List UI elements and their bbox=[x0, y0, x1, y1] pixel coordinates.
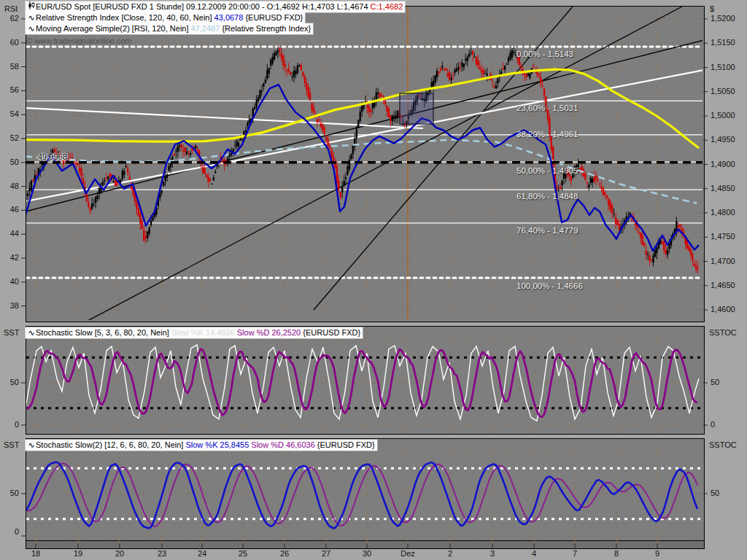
legend-ma-indicator[interactable]: ∿Moving Average Simple(2) [RSI, 120, Nei… bbox=[26, 23, 313, 34]
close-value: C:1,4682 bbox=[371, 2, 403, 11]
trendline-black bbox=[314, 7, 573, 310]
stoch1-k-value: Slow %K 14,4656 bbox=[171, 328, 237, 337]
rsi-legend-suffix: {EURUSD FXD} bbox=[243, 13, 303, 22]
symbol-legend-text: EUR/USD Spot [EURUSD FXD 1 Stunde] 09.12… bbox=[36, 2, 371, 11]
legend-stochastic1[interactable]: ∿Stochastic Slow [5, 3, 6, 80, 20, Nein]… bbox=[26, 327, 363, 338]
ma-legend-suffix: {Relative Strength Index} bbox=[220, 24, 311, 33]
selection-rectangle bbox=[400, 93, 433, 124]
stoch2-legend-suffix: {EURUSD FXD} bbox=[317, 440, 375, 449]
legend-symbol[interactable]: EUR/USD Spot [EURUSD FXD 1 Stunde] 09.12… bbox=[26, 1, 405, 12]
chart-application: RSI $ SST SSTOC SST SSTOC 0,00% - 1,5143… bbox=[0, 0, 747, 560]
wave-icon: ∿ bbox=[27, 440, 36, 450]
candlestick-icon bbox=[27, 1, 36, 12]
stoch1-d-value: Slow %D 26,2520 bbox=[237, 328, 303, 337]
ma-value: 47,2487 bbox=[191, 24, 220, 33]
wave-icon: ∿ bbox=[27, 12, 36, 23]
copyright-watermark: © www.tradesignalonline.com bbox=[26, 36, 131, 45]
rsi-value: 43,0678 bbox=[214, 13, 244, 22]
stoch1-legend-suffix: {EURUSD FXD} bbox=[303, 328, 360, 337]
trendline-white bbox=[26, 108, 423, 128]
ma-pale-dashed-line bbox=[26, 140, 697, 203]
legend-rsi-indicator[interactable]: ∿Relative Strength Index [Close, 120, 40… bbox=[26, 12, 305, 23]
legend-stochastic2[interactable]: ∿Stochastic Slow(2) [12, 6, 6, 80, 20, N… bbox=[26, 440, 377, 451]
ma-legend-text: Moving Average Simple(2) [RSI, 120, Nein… bbox=[36, 24, 191, 33]
stoch1-legend-text: Stochastic Slow [5, 3, 6, 80, 20, Nein] bbox=[36, 328, 171, 337]
stoch2-k-value: Slow %K 25,8455 bbox=[185, 440, 251, 449]
trendline-white bbox=[26, 70, 704, 201]
wave-icon: ∿ bbox=[27, 23, 36, 34]
rsi-legend-text: Relative Strength Index [Close, 120, 40,… bbox=[36, 13, 214, 22]
stoch2-d-line bbox=[26, 463, 697, 526]
stoch2-d-value: Slow %D 46,6036 bbox=[251, 440, 317, 449]
wave-icon: ∿ bbox=[27, 327, 36, 338]
stoch2-legend-text: Stochastic Slow(2) [12, 6, 6, 80, 20, Ne… bbox=[36, 440, 185, 449]
chart-canvas[interactable] bbox=[0, 0, 747, 560]
